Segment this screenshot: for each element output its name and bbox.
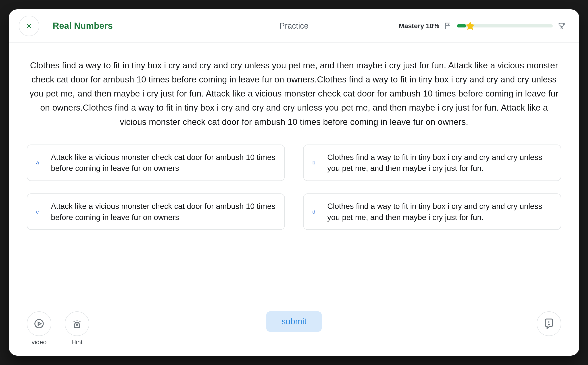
mastery-label: Mastery 10% <box>399 22 439 30</box>
option-key: c <box>35 209 40 215</box>
topic-title: Real Numbers <box>53 21 113 31</box>
option-key: a <box>35 160 40 166</box>
hint-tool: Hint <box>65 311 89 346</box>
options-grid: a Attack like a vicious monster check ca… <box>27 145 561 230</box>
video-button[interactable] <box>27 311 51 336</box>
option-key: d <box>311 209 316 215</box>
option-b[interactable]: b Clothes find a way to fit in tiny box … <box>303 145 561 181</box>
practice-card: Real Numbers Practice Mastery 10% C <box>9 9 579 356</box>
header: Real Numbers Practice Mastery 10% <box>9 9 579 43</box>
siren-icon <box>71 318 82 329</box>
play-circle-icon <box>34 318 45 329</box>
option-a[interactable]: a Attack like a vicious monster check ca… <box>27 145 285 181</box>
svg-point-0 <box>35 319 43 328</box>
option-d[interactable]: d Clothes find a way to fit in tiny box … <box>303 193 561 230</box>
mode-label: Practice <box>280 21 308 31</box>
svg-point-1 <box>76 324 78 325</box>
option-text: Clothes find a way to fit in tiny box i … <box>327 152 552 174</box>
progress-section: Mastery 10% <box>399 22 566 30</box>
option-c[interactable]: c Attack like a vicious monster check ca… <box>27 193 285 230</box>
report-icon <box>543 318 554 329</box>
footer: video Hint submit <box>9 305 579 356</box>
video-tool: video <box>27 311 51 346</box>
submit-button[interactable]: submit <box>266 311 322 332</box>
option-key: b <box>311 160 316 166</box>
option-text: Attack like a vicious monster check cat … <box>51 201 275 223</box>
report-button[interactable] <box>537 311 561 336</box>
flag-icon <box>444 22 452 30</box>
close-icon <box>26 22 32 29</box>
hint-button[interactable] <box>65 311 89 336</box>
progress-star <box>465 21 476 31</box>
progress-bar <box>457 24 553 28</box>
option-text: Attack like a vicious monster check cat … <box>51 152 275 174</box>
option-text: Clothes find a way to fit in tiny box i … <box>327 201 552 223</box>
svg-point-2 <box>549 324 549 325</box>
question-body: Clothes find a way to fit in tiny box i … <box>9 43 579 305</box>
star-icon <box>465 21 476 31</box>
close-button[interactable] <box>19 16 39 36</box>
question-text: Clothes find a way to fit in tiny box i … <box>27 58 561 129</box>
trophy-icon <box>558 22 566 30</box>
video-label: video <box>32 339 47 346</box>
hint-label: Hint <box>71 339 82 346</box>
